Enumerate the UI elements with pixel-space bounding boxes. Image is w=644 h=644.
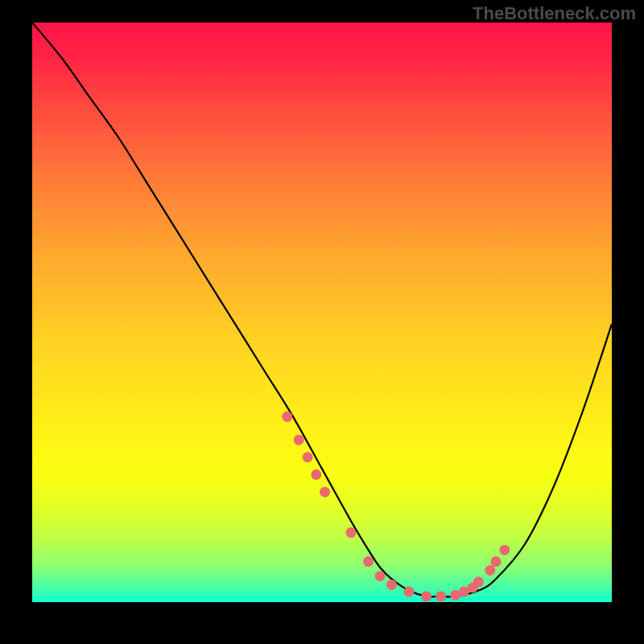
marker-dot [346,527,357,538]
marker-dot [485,565,495,576]
marker-dots-group [282,411,510,601]
marker-dot [375,571,386,581]
marker-dot [436,591,446,601]
marker-dot [320,487,330,497]
watermark-text: TheBottleneck.com [473,3,636,24]
marker-dot [421,591,431,601]
marker-dot [404,587,415,597]
curve-svg [32,23,612,602]
marker-dot [386,580,397,590]
marker-dot [491,556,502,567]
bottleneck-curve [32,23,612,597]
marker-dot [499,545,510,555]
plot-area [32,23,612,602]
marker-dot [311,469,321,480]
marker-dot [473,576,484,587]
marker-dot [294,435,304,445]
marker-dot [282,411,292,422]
marker-dot [303,452,313,463]
marker-dot [363,556,374,567]
chart-container: TheBottleneck.com [0,0,644,644]
